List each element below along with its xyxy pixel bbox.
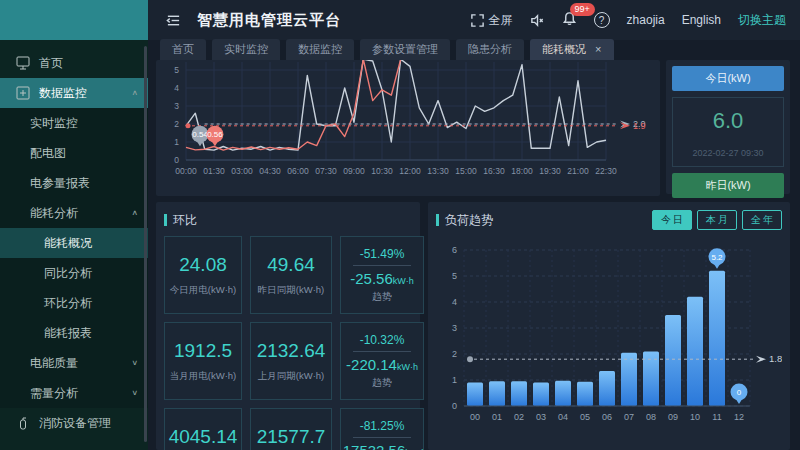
yesterday-kw-button[interactable]: 昨日(kW) [672,173,784,198]
power-curve-panel: 00:0001:3003:0004:3006:0007:3009:0010:30… [156,60,660,196]
svg-text:0: 0 [452,401,457,411]
load-trend-chart: 0123456000102030405060708091011121.85.20 [436,236,782,436]
menu-fold-icon[interactable] [166,13,181,28]
sidebar-item-home[interactable]: 首页 [0,48,148,78]
stat-card-previous: 49.64 昨日同期(kW·h) [250,236,332,314]
sidebar-item-demand-analysis[interactable]: 需量分析 ∨ [0,378,148,408]
sidebar-item-distribution-map[interactable]: 配电图 [0,138,148,168]
svg-text:12: 12 [734,412,744,422]
username[interactable]: zhaojia [627,13,665,27]
svg-text:06:00: 06:00 [287,166,309,176]
tab-energy-overview[interactable]: 能耗概况 × [530,39,614,60]
notifications-button[interactable]: 99+ [562,11,577,29]
tab-hazard-analysis[interactable]: 隐患分析 [456,39,524,60]
sidebar-item-yoy-analysis[interactable]: 同比分析 [0,258,148,288]
sidebar-item-energy-analysis[interactable]: 能耗分析 ∧ [0,198,148,228]
svg-text:4: 4 [174,83,179,93]
svg-text:2: 2 [452,349,457,359]
svg-text:0: 0 [737,388,742,397]
sidebar-item-mom-analysis[interactable]: 环比分析 [0,288,148,318]
sidebar-item-data-monitor[interactable]: 数据监控 ∧ [0,78,148,108]
svg-text:5: 5 [452,271,457,281]
notification-badge: 99+ [570,3,595,16]
section-accent-bar [164,214,167,226]
language-switch[interactable]: English [682,13,721,27]
svg-text:05: 05 [580,412,590,422]
chevron-down-icon: ∨ [131,389,138,397]
stat-label: 当月用电(kW·h) [170,370,237,383]
svg-text:15:00: 15:00 [455,166,477,176]
svg-text:1: 1 [174,137,179,147]
sidebar-item-parameter-report[interactable]: 电参量报表 [0,168,148,198]
trend-percent: -81.25% [353,419,410,438]
tab-realtime-monitor[interactable]: 实时监控 [212,39,280,60]
mute-icon[interactable] [530,13,545,28]
trend-label: 趋势 [372,376,392,390]
svg-text:0.56: 0.56 [207,130,223,139]
section-accent-bar [436,214,439,226]
chevron-up-icon: ∧ [131,89,138,97]
data-monitor-icon [16,86,30,100]
today-value-box: 6.0 2022-02-27 09:30 [672,97,784,167]
stat-grid: 24.08 今日用电(kW·h) 49.64 昨日同期(kW·h) -51.49… [164,236,412,450]
help-icon[interactable]: ? [594,12,610,28]
stat-card-previous: 2132.64 上月同期(kW·h) [250,322,332,400]
range-button-year[interactable]: 全年 [742,210,782,230]
svg-text:11: 11 [712,412,721,422]
sidebar-item-label: 数据监控 [39,85,87,102]
sidebar-item-realtime-monitor[interactable]: 实时监控 [0,108,148,138]
stat-label: 上月同期(kW·h) [258,370,325,383]
svg-text:18:00: 18:00 [511,166,533,176]
svg-text:07: 07 [624,412,634,422]
tab-parameter-settings[interactable]: 参数设置管理 [360,39,450,60]
today-power-panel: 今日(kW) 6.0 2022-02-27 09:30 昨日(kW) [666,60,790,194]
svg-text:6: 6 [452,245,457,255]
stat-card-trend: -81.25% -17532.56kW·h 趋势 [340,408,424,450]
stat-card-trend: -10.32% -220.14kW·h 趋势 [340,322,424,400]
stat-card-current: 24.08 今日用电(kW·h) [164,236,242,314]
svg-text:08: 08 [646,412,656,422]
svg-text:04: 04 [558,412,568,422]
chevron-down-icon: ∨ [131,359,138,367]
svg-text:10: 10 [690,412,700,422]
svg-text:5: 5 [174,65,179,75]
load-trend-panel: 负荷趋势 今日 本月 全年 01234560001020304050607080… [428,202,790,450]
range-button-month[interactable]: 本月 [697,210,737,230]
sidebar-item-fire-equipment[interactable]: 消防设备管理 [0,408,148,438]
stat-card-previous: 21577.7 去年同期(kW·h) [250,408,332,450]
sidebar-item-label: 首页 [39,55,63,72]
sidebar-item-energy-overview[interactable]: 能耗概况 [0,228,148,258]
svg-text:03:00: 03:00 [231,166,253,176]
sidebar-item-energy-report[interactable]: 能耗报表 [0,318,148,348]
svg-text:13:30: 13:30 [427,166,449,176]
stat-value: 4045.14 [169,426,238,448]
stat-value: 24.08 [179,254,227,276]
svg-text:1.8: 1.8 [769,353,782,364]
sidebar-item-power-quality[interactable]: 电能质量 ∨ [0,348,148,378]
stat-value: 2132.64 [257,340,326,362]
sidebar-scrollbar[interactable] [144,46,147,442]
stat-value: 21577.7 [257,426,326,448]
svg-text:09:00: 09:00 [343,166,365,176]
svg-text:00: 00 [470,412,480,422]
theme-switch-link[interactable]: 切换主题 [738,12,786,29]
tab-data-monitor[interactable]: 数据监控 [286,39,354,60]
stat-card-trend: -51.49% -25.56kW·h 趋势 [340,236,424,314]
svg-text:01: 01 [492,412,502,422]
tab-close-icon[interactable]: × [595,43,601,55]
fullscreen-button[interactable]: 全屏 [470,12,513,29]
today-kw-button[interactable]: 今日(kW) [672,66,784,91]
svg-text:03: 03 [536,412,546,422]
svg-text:04:30: 04:30 [259,166,281,176]
tab-bar: 首页 实时监控 数据监控 参数设置管理 隐患分析 能耗概况 × [148,40,800,60]
svg-text:09: 09 [668,412,678,422]
range-button-today[interactable]: 今日 [652,210,692,230]
sidebar-menu: 首页 数据监控 ∧ 实时监控 配电图 电参量报表 能耗分析 ∧ 能耗概况 同比分… [0,40,148,438]
svg-text:5.2: 5.2 [711,253,723,262]
section-title: 环比 [173,212,197,229]
svg-text:1.9: 1.9 [633,121,646,131]
svg-text:12:00: 12:00 [399,166,421,176]
svg-text:0.54: 0.54 [192,130,208,139]
tab-home[interactable]: 首页 [160,39,206,60]
svg-text:0: 0 [174,155,179,165]
